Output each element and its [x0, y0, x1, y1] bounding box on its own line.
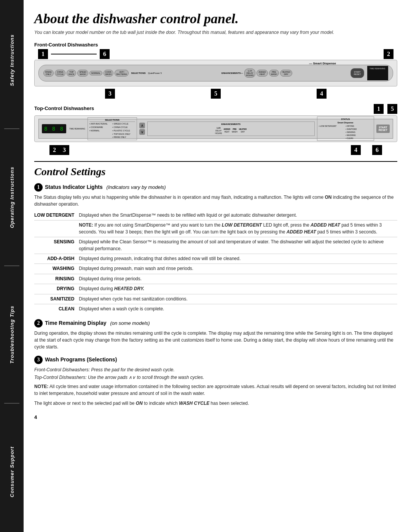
def-val-low-detergent: Displayed when the SmartDispense™ needs …	[79, 211, 397, 220]
sidebar-divider-2	[4, 265, 19, 266]
callout-3-top: 3	[59, 145, 69, 155]
speed-wash-btn: SPEEDWASH	[77, 70, 88, 77]
section-divider	[34, 161, 397, 162]
normal-btn: NORMAL	[89, 71, 102, 75]
section-1-body: The Status display tells you what is hap…	[34, 194, 397, 208]
section-status-indicator: 1 Status Indicator Lights (Indicators va…	[34, 183, 397, 314]
def-row-sensing: SENSING Displayed while the Clean Sensor…	[34, 237, 397, 254]
added-heat-btn: ADDEDHEAT	[256, 70, 268, 77]
top-ctrl-7seg: 8 8 8	[42, 124, 66, 133]
top-control-diagram: 8 8 8 TIME REMAINING SELECTIONS • ANTI-B…	[34, 115, 397, 142]
control-settings-title: Control Settings	[34, 166, 397, 178]
callout-1-top: 1	[374, 104, 384, 114]
section-3-on-indicator: The light above or next to the selected …	[34, 400, 397, 407]
time-remaining-top-label: TIME REMAINING	[69, 128, 85, 130]
section-2-num: 2	[34, 319, 43, 328]
def-row-sanitized: SANITIZED Displayed when cycle has met s…	[34, 294, 397, 304]
section-3-note-all: NOTE: All cycle times and water usage in…	[34, 383, 397, 397]
callout-2-front: 2	[384, 49, 393, 59]
down-arrow-btn[interactable]: ∨	[139, 129, 145, 135]
def-val-washing: Displayed during prewash, main wash and …	[79, 264, 397, 274]
def-key-add-a-dish: ADD-A-DISH	[34, 254, 79, 264]
section-1-title: Status Indicator Lights	[45, 184, 104, 190]
def-key-note	[34, 220, 79, 237]
rinse-only-btn: RINSEONLY	[43, 70, 54, 77]
sidebar-label-safety: Safety Instructions	[9, 34, 15, 86]
section-3-heading: 3 Wash Programs (Selections)	[34, 356, 397, 364]
def-val-drying: Displayed during HEATED DRY.	[79, 284, 397, 294]
arrow-pads[interactable]: ∧ ∨	[139, 123, 145, 135]
enhancements-label-front: ENHANCEMENTS—	[221, 72, 243, 74]
sidebar-divider-3	[4, 403, 19, 404]
sidebar-label-operating: Operating Instructions	[9, 167, 15, 228]
top-control-section: Top-Control Dishwashers 1 5 8 8 8 TIME R…	[34, 104, 397, 155]
def-row-clean: CLEAN Displayed when a wash cycle is com…	[34, 304, 397, 314]
top-ctrl-selections: SELECTIONS • ANTI-BACTERIAL• SPEED CYCLE…	[88, 117, 137, 140]
section-1-heading: 1 Status Indicator Lights (Indicators va…	[34, 183, 397, 192]
section-3-top-control-note: Top-Control Dishwashers: Use the arrow p…	[34, 374, 397, 381]
front-control-bar: RINSEONLY CHINACYCLE TOPRACK SPEEDWASH N…	[38, 65, 393, 81]
callout-5-top: 5	[387, 104, 397, 114]
def-row-add-a-dish: ADD-A-DISH Displayed during prewash, ind…	[34, 254, 397, 264]
sidebar-item-consumer[interactable]: Consumer Support	[9, 434, 15, 510]
section-2-title: Time Remaining Display	[45, 320, 108, 326]
section-2-subtitle: (on some models)	[110, 320, 150, 326]
section-time-remaining: 2 Time Remaining Display (on some models…	[34, 319, 397, 350]
def-val-clean: Displayed when a wash cycle is complete.	[79, 304, 397, 314]
china-cycle-btn: CHINACYCLE	[55, 70, 65, 77]
sidebar-item-troubleshooting[interactable]: Troubleshooting Tips	[9, 297, 15, 373]
def-key-low-detergent: LOW DETERGENT	[34, 211, 79, 220]
page-number: 4	[34, 414, 397, 420]
def-row-drying: DRYING Displayed during HEATED DRY.	[34, 284, 397, 294]
page-subtitle: You can locate your model number on the …	[34, 30, 397, 35]
section-3-front-control-note: Front-Control Dishwashers: Press the pad…	[34, 366, 397, 373]
callout-3-front: 3	[105, 89, 115, 99]
def-row-rinsing: RINSING Displayed during rinse periods.	[34, 274, 397, 284]
quietpower-label: QuietPower 5	[148, 72, 162, 74]
top-ctrl-status: STATUS Smart Dispense • LOW DETERGENT• D…	[317, 117, 374, 141]
callout-4-front: 4	[317, 89, 327, 99]
section-2-heading: 2 Time Remaining Display (on some models…	[34, 319, 397, 328]
section-1-subtitle: (Indicators vary by models)	[107, 184, 166, 190]
def-val-sanitized: Displayed when cycle has met sanitizatio…	[79, 294, 397, 304]
up-arrow-btn[interactable]: ∧	[139, 123, 145, 128]
start-reset-top-btn[interactable]: STARTRESET	[376, 125, 390, 133]
def-row-note: NOTE: If you are not using SmartDispense…	[34, 220, 397, 237]
section-1-num: 1	[34, 183, 43, 192]
time-remaining-display-front: TIME REMAINING	[367, 66, 388, 80]
callout-2-top: 2	[49, 145, 59, 155]
sidebar-label-troubleshooting: Troubleshooting Tips	[9, 306, 15, 364]
start-reset-front-btn[interactable]: STARTRESET	[350, 68, 364, 78]
def-key-rinsing: RINSING	[34, 274, 79, 284]
def-key-drying: DRYING	[34, 284, 79, 294]
callout-1-front: 1	[38, 49, 48, 59]
sidebar-item-safety[interactable]: Safety Instructions	[9, 22, 15, 98]
sidebar-item-operating[interactable]: Operating Instructions	[9, 159, 15, 235]
heated-dry-btn: HEATEDDRY	[280, 70, 292, 77]
def-row-low-detergent: LOW DETERGENT Displayed when the SmartDi…	[34, 211, 397, 220]
def-key-sensing: SENSING	[34, 237, 79, 254]
selections-label-front: SELECTIONS	[131, 72, 145, 74]
callout-4-top: 4	[351, 145, 361, 155]
sidebar: Safety Instructions Operating Instructio…	[0, 0, 24, 532]
main-content: About the dishwasher control panel. You …	[24, 0, 411, 532]
def-val-rinsing: Displayed during rinse periods.	[79, 274, 397, 284]
cook-wash-btn: COOKWASH	[104, 70, 113, 77]
front-control-label: Front-Control Dishwashers	[34, 42, 397, 48]
def-key-sanitized: SANITIZED	[34, 294, 79, 304]
sidebar-label-consumer: Consumer Support	[9, 446, 15, 497]
def-val-add-a-dish: Displayed during prewash, indicating tha…	[79, 254, 397, 264]
def-val-note: NOTE: If you are not using SmartDispense…	[79, 220, 397, 237]
section-3-num: 3	[34, 356, 43, 364]
delay-hours-btn: 1-24DELAYHOURS	[244, 69, 256, 78]
top-rack-btn: TOPRACK	[67, 70, 76, 77]
section-3-title: Wash Programs (Selections)	[45, 356, 117, 363]
anti-bacteria-btn: ANTIBACTERIA	[115, 70, 129, 77]
top-ctrl-enhancements: ENHANCEMENTS 1-24 DELAY HOURS ADDED HEAT	[147, 121, 315, 136]
top-control-bar: 8 8 8 TIME REMAINING SELECTIONS • ANTI-B…	[38, 119, 393, 139]
def-key-washing: WASHING	[34, 264, 79, 274]
pre-wash-btn: PREWASH	[269, 70, 279, 77]
callout-5-front: 5	[211, 89, 221, 99]
page-title: About the dishwasher control panel.	[34, 11, 397, 27]
callout-6-front: 6	[100, 49, 110, 59]
